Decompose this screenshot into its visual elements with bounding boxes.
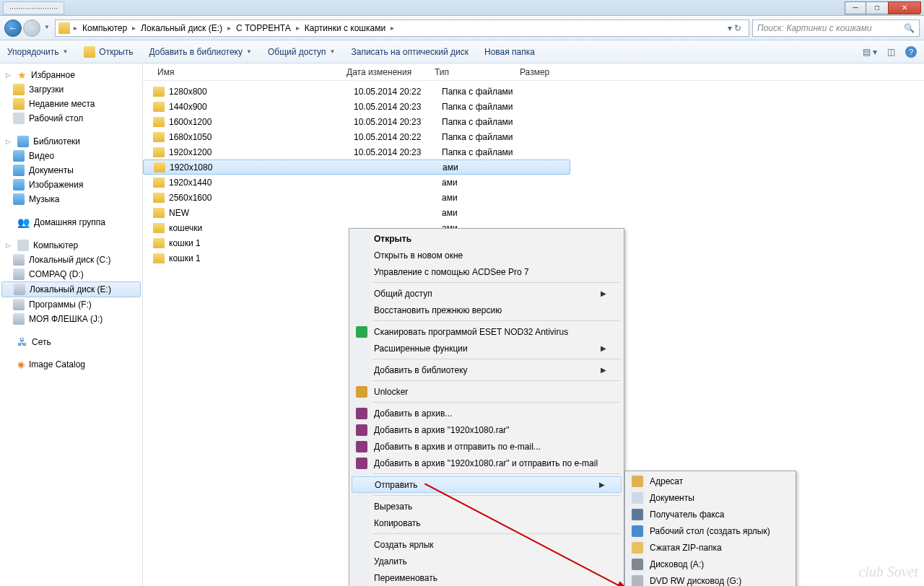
sidebar-desktop[interactable]: Рабочий стол: [0, 111, 142, 126]
folder-icon: [153, 253, 165, 263]
menu-item[interactable]: Сканировать программой ESET NOD32 Antivi…: [351, 323, 622, 340]
breadcrumb-sep: ▸: [71, 24, 79, 32]
menu-item[interactable]: Unlocker: [351, 383, 622, 400]
file-row[interactable]: 1440x900 10.05.2014 20:23 Папка с файлам…: [143, 99, 924, 114]
menu-item[interactable]: Сжатая ZIP-папка: [627, 539, 794, 556]
close-button[interactable]: ✕: [888, 1, 921, 14]
refresh-button[interactable]: ▾ ↻: [723, 23, 746, 33]
menu-item[interactable]: DVD RW дисковод (G:): [627, 572, 794, 586]
sidebar-music[interactable]: Музыка: [0, 192, 142, 206]
catalog-icon: ◉: [17, 359, 25, 369]
menu-item[interactable]: Адресат: [627, 473, 794, 489]
browser-tab[interactable]: ······················: [3, 1, 64, 14]
menu-item[interactable]: Расширенные функции▶: [351, 340, 622, 357]
menu-item[interactable]: Копировать: [351, 515, 622, 531]
menu-item[interactable]: Добавить в библиотеку▶: [351, 362, 622, 378]
menu-item[interactable]: Документы: [627, 489, 794, 506]
breadcrumb-computer[interactable]: Компьютер: [81, 23, 128, 33]
add-library-button[interactable]: Добавить в библиотеку▼: [149, 47, 251, 57]
menu-item[interactable]: Вырезать: [351, 498, 622, 515]
desk-icon: [632, 525, 643, 537]
history-dropdown[interactable]: ▼: [42, 19, 52, 35]
menu-item[interactable]: Создать ярлык: [351, 536, 622, 553]
rar-icon: [356, 441, 367, 452]
sidebar-drive-e[interactable]: Локальный диск (E:): [1, 281, 141, 297]
sidebar-drive-d[interactable]: COMPAQ (D:): [0, 267, 142, 281]
burn-button[interactable]: Записать на оптический диск: [351, 47, 468, 57]
file-row[interactable]: 1920x1200 10.05.2014 20:23 Папка с файла…: [143, 144, 924, 159]
sidebar-recent[interactable]: Недавние места: [0, 97, 142, 111]
sidebar-homegroup[interactable]: 👥Домашняя группа: [0, 215, 142, 229]
dvd-icon: [632, 575, 643, 587]
file-name: NEW: [169, 208, 354, 218]
zip-icon: [632, 542, 643, 554]
new-folder-button[interactable]: Новая папка: [484, 47, 535, 57]
menu-item[interactable]: Отправить▶: [352, 476, 622, 493]
help-button[interactable]: ?: [905, 46, 917, 58]
open-button[interactable]: Открыть: [84, 46, 133, 58]
file-row[interactable]: NEW ами: [143, 205, 924, 220]
sidebar-drive-f[interactable]: Программы (F:): [0, 297, 142, 312]
search-input[interactable]: Поиск: Картинки с кошками 🔍: [752, 19, 920, 37]
file-row[interactable]: 1600x1200 10.05.2014 20:23 Папка с файла…: [143, 114, 924, 129]
breadcrumb-torrent[interactable]: С ТОРРЕНТА: [235, 23, 292, 33]
menu-item[interactable]: Добавить в архив...: [351, 405, 622, 421]
menu-item[interactable]: Открыть в новом окне: [351, 247, 622, 263]
col-size[interactable]: Размер: [515, 67, 573, 77]
sidebar-computer[interactable]: ▷Компьютер: [0, 238, 142, 253]
menu-item[interactable]: Дисковод (A:): [627, 556, 794, 572]
file-row[interactable]: 1680x1050 10.05.2014 20:22 Папка с файла…: [143, 129, 924, 144]
breadcrumb-drive-e[interactable]: Локальный диск (E:): [139, 23, 224, 33]
address-bar[interactable]: ▸ Компьютер ▸ Локальный диск (E:) ▸ С ТО…: [55, 19, 749, 37]
maximize-button[interactable]: □: [866, 1, 888, 14]
sidebar-libraries[interactable]: ▷Библиотеки: [0, 134, 142, 149]
search-icon[interactable]: 🔍: [904, 23, 915, 33]
minimize-button[interactable]: ─: [845, 1, 866, 14]
file-row[interactable]: 1920x1080 ами: [143, 159, 570, 175]
sidebar-network[interactable]: 🖧Сеть: [0, 335, 142, 349]
sidebar-downloads[interactable]: Загрузки: [0, 82, 142, 97]
menu-item[interactable]: Добавить в архив и отправить по e-mail..…: [351, 438, 622, 455]
menu-item[interactable]: Общий доступ▶: [351, 285, 622, 302]
view-button[interactable]: ▤ ▾: [863, 47, 877, 57]
menu-item[interactable]: Переименовать: [351, 569, 622, 586]
menu-item[interactable]: Управление с помощью ACDSee Pro 7: [351, 263, 622, 280]
star-icon: ★: [17, 69, 27, 81]
sidebar-imagecatalog[interactable]: ◉Image Catalog: [0, 358, 142, 371]
drive-icon: [13, 313, 25, 325]
file-row[interactable]: 1920x1440 ами: [143, 175, 924, 190]
col-type[interactable]: Тип: [430, 67, 515, 77]
sidebar-drive-j[interactable]: МОЯ ФЛЕШКА (J:): [0, 312, 142, 326]
sidebar-favorites[interactable]: ▷★Избранное: [0, 68, 142, 82]
file-row[interactable]: 2560x1600 ами: [143, 190, 924, 205]
col-name[interactable]: Имя: [153, 67, 342, 77]
menu-item[interactable]: Рабочий стол (создать ярлык): [627, 522, 794, 539]
menu-item[interactable]: Открыть: [351, 230, 622, 247]
forward-button[interactable]: →: [23, 19, 40, 37]
col-date[interactable]: Дата изменения: [342, 67, 430, 77]
menu-item[interactable]: Удалить: [351, 553, 622, 569]
file-row[interactable]: 1280x800 10.05.2014 20:22 Папка с файлам…: [143, 84, 924, 99]
file-name: 1920x1080: [170, 162, 354, 172]
menu-item[interactable]: Добавить в архив "1920x1080.rar": [351, 421, 622, 438]
file-type: ами: [442, 178, 527, 188]
sidebar-drive-c[interactable]: Локальный диск (C:): [0, 253, 142, 267]
preview-pane-button[interactable]: ◫: [887, 47, 895, 57]
breadcrumb-cats[interactable]: Картинки с кошками: [303, 23, 387, 33]
organize-button[interactable]: Упорядочить▼: [7, 47, 68, 57]
mail-icon: [632, 476, 643, 487]
titlebar: ······················ ─ □ ✕: [0, 0, 924, 16]
share-button[interactable]: Общий доступ▼: [268, 47, 336, 57]
back-button[interactable]: ←: [4, 19, 22, 37]
menu-item[interactable]: Добавить в архив "1920x1080.rar" и отпра…: [351, 455, 622, 471]
sidebar-video[interactable]: Видео: [0, 149, 142, 163]
sidebar-pictures[interactable]: Изображения: [0, 178, 142, 192]
file-name: 1680x1050: [169, 132, 354, 142]
menu-item[interactable]: Получатель факса: [627, 506, 794, 522]
menu-item[interactable]: Восстановить прежнюю версию: [351, 302, 622, 318]
file-name: кошки 1: [169, 238, 354, 248]
column-headers[interactable]: Имя Дата изменения Тип Размер: [143, 64, 924, 81]
file-name: 1920x1440: [169, 178, 354, 188]
eset-icon: [356, 326, 367, 338]
sidebar-documents[interactable]: Документы: [0, 163, 142, 178]
